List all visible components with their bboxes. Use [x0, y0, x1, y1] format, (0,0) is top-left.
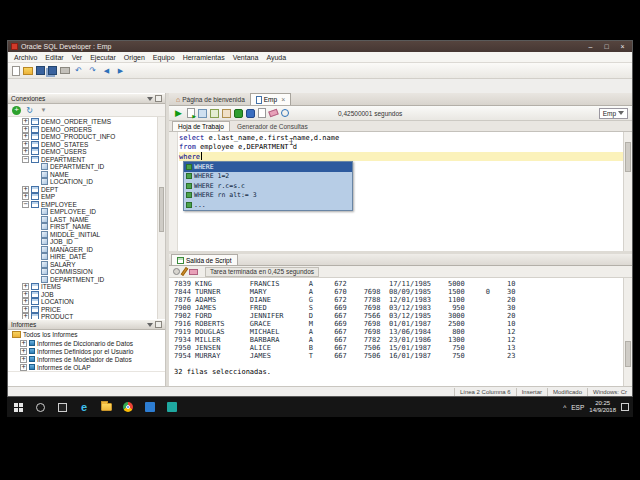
tree-item-employee-id[interactable]: EMPLOYEE_ID: [8, 208, 165, 216]
code-area[interactable]: select e.last_name,e.first_name,d.namefr…: [179, 134, 623, 161]
tree-item-job[interactable]: +JOB: [8, 291, 165, 299]
autocomplete-item[interactable]: WHERE: [184, 162, 352, 172]
language-indicator[interactable]: ESP: [571, 404, 584, 411]
tree-item-product[interactable]: +PRODUCT: [8, 313, 165, 319]
script-output-tab[interactable]: Salida de Script: [171, 254, 238, 265]
menu-archivo[interactable]: Archivo: [10, 54, 41, 61]
menu-ventana[interactable]: Ventana: [229, 54, 263, 61]
menu-herramientas[interactable]: Herramientas: [179, 54, 229, 61]
tab-generador-de-consultas[interactable]: Generador de Consultas: [232, 121, 313, 131]
tree-item-name[interactable]: NAME: [8, 171, 165, 179]
edit-icon[interactable]: [181, 267, 189, 276]
menu-origen[interactable]: Origen: [120, 54, 149, 61]
autocomplete-item[interactable]: ...: [184, 200, 352, 210]
tree-item-location-id[interactable]: LOCATION_ID: [8, 178, 165, 186]
tree-item-demo-product-info[interactable]: +DEMO_PRODUCT_INFO: [8, 133, 165, 141]
script-output-pane[interactable]: 7839 KING FRANCIS A 672 17/11/1985 5000 …: [169, 278, 632, 386]
expand-icon[interactable]: −: [22, 156, 29, 163]
autocomplete-item[interactable]: WHERE rn alt:= 3: [184, 191, 352, 201]
menu-ver[interactable]: Ver: [68, 54, 87, 61]
tray-expand-icon[interactable]: ^: [563, 404, 566, 411]
tree-item-department-id[interactable]: DEPARTMENT_ID: [8, 276, 165, 284]
search-icon[interactable]: [29, 397, 51, 417]
new-connection-icon[interactable]: [12, 106, 21, 115]
app-teal-icon[interactable]: [161, 397, 183, 417]
file-explorer-icon[interactable]: [95, 397, 117, 417]
close-icon[interactable]: ×: [281, 96, 285, 103]
tree-item-commission[interactable]: COMMISSION: [8, 268, 165, 276]
collapse-panel-icon[interactable]: [155, 95, 162, 102]
autocomplete-item[interactable]: WHERE 1=2: [184, 172, 352, 182]
menu-ejecutar[interactable]: Ejecutar: [86, 54, 120, 61]
connection-selector[interactable]: Emp: [599, 108, 628, 119]
expand-icon[interactable]: +: [20, 348, 27, 355]
reports-root[interactable]: Todos los Informes: [8, 330, 165, 339]
tree-item-hire-date[interactable]: HIRE_DATE: [8, 253, 165, 261]
tree-item-last-name[interactable]: LAST_NAME: [8, 216, 165, 224]
close-button[interactable]: ×: [616, 43, 629, 50]
maximize-button[interactable]: □: [600, 43, 613, 50]
app-blue-icon[interactable]: [139, 397, 161, 417]
minimize-button[interactable]: –: [584, 43, 597, 50]
clear-icon[interactable]: [268, 109, 279, 118]
unshared-worksheet-icon[interactable]: [258, 108, 266, 118]
report-item-informes-de-diccionario-de-datos[interactable]: +Informes de Diccionario de Datos: [8, 339, 165, 347]
pin-icon[interactable]: [173, 268, 180, 275]
report-item-informes-definidos-por-el-usuario[interactable]: +Informes Definidos por el Usuario: [8, 347, 165, 355]
tree-item-salary[interactable]: SALARY: [8, 261, 165, 269]
edge-icon[interactable]: [73, 397, 95, 417]
notification-center-icon[interactable]: [621, 403, 629, 411]
expand-icon[interactable]: +: [20, 364, 27, 371]
report-item-informes-de-olap[interactable]: +Informes de OLAP: [8, 363, 165, 371]
tab-p-gina-de-bienvenida[interactable]: ⌂Página de bienvenida: [171, 93, 250, 105]
tree-item-job-id[interactable]: JOB_ID: [8, 238, 165, 246]
menu-equipo[interactable]: Equipo: [149, 54, 179, 61]
open-folder-icon[interactable]: [23, 67, 33, 75]
reports-panel-header[interactable]: Informes: [8, 319, 165, 330]
chevron-down-icon[interactable]: [147, 97, 153, 101]
tree-item-demo-users[interactable]: +DEMO_USERS: [8, 148, 165, 156]
rollback-icon[interactable]: [246, 109, 255, 118]
forward-icon[interactable]: [115, 65, 126, 76]
editor-scrollbar[interactable]: [623, 132, 632, 251]
refresh-icon[interactable]: [24, 105, 35, 116]
connections-panel-header[interactable]: Conexiones: [8, 93, 165, 104]
history-icon[interactable]: [281, 109, 289, 117]
expand-icon[interactable]: +: [20, 356, 27, 363]
autocomplete-item[interactable]: WHERE r.c=s.c: [184, 181, 352, 191]
tree-item-demo-states[interactable]: +DEMO_STATES: [8, 141, 165, 149]
menu-editar[interactable]: Editar: [41, 54, 67, 61]
scrollbar-thumb[interactable]: [625, 341, 631, 367]
tree-item-first-name[interactable]: FIRST_NAME: [8, 223, 165, 231]
output-scrollbar[interactable]: [623, 278, 632, 386]
expand-icon[interactable]: +: [20, 340, 27, 347]
commit-icon[interactable]: [234, 109, 243, 118]
menu-ayuda[interactable]: Ayuda: [262, 54, 290, 61]
tree-item-employee[interactable]: −EMPLOYEE: [8, 201, 165, 209]
tree-item-location[interactable]: +LOCATION: [8, 298, 165, 306]
redo-icon[interactable]: [87, 65, 98, 76]
print-icon[interactable]: [60, 67, 70, 74]
tree-item-manager-id[interactable]: MANAGER_ID: [8, 246, 165, 254]
scrollbar-thumb[interactable]: [625, 142, 631, 172]
autotrace-icon[interactable]: [198, 109, 207, 118]
tree-item-price[interactable]: +PRICE: [8, 306, 165, 314]
tree-item-department-id[interactable]: DEPARTMENT_ID: [8, 163, 165, 171]
taskbar-clock[interactable]: 20:25 14/9/2018: [589, 400, 616, 414]
save-icon[interactable]: [36, 66, 45, 75]
chrome-icon[interactable]: [117, 397, 139, 417]
tree-item-department[interactable]: −DEPARTMENT: [8, 156, 165, 164]
title-bar[interactable]: Oracle SQL Developer : Emp – □ ×: [8, 41, 632, 52]
new-file-icon[interactable]: [12, 66, 20, 76]
undo-icon[interactable]: [73, 65, 84, 76]
sql-editor[interactable]: select e.last_name,e.first_name,d.namefr…: [169, 132, 632, 251]
tree-item-dept[interactable]: +DEPT: [8, 186, 165, 194]
start-button[interactable]: [7, 397, 29, 417]
tree-scrollbar[interactable]: [157, 117, 165, 319]
scrollbar-thumb[interactable]: [159, 187, 164, 232]
chevron-down-icon[interactable]: [147, 323, 153, 327]
sql-tuning-icon[interactable]: [222, 109, 231, 118]
back-icon[interactable]: [101, 65, 112, 76]
run-statement-icon[interactable]: [173, 108, 184, 119]
task-view-icon[interactable]: [51, 397, 73, 417]
